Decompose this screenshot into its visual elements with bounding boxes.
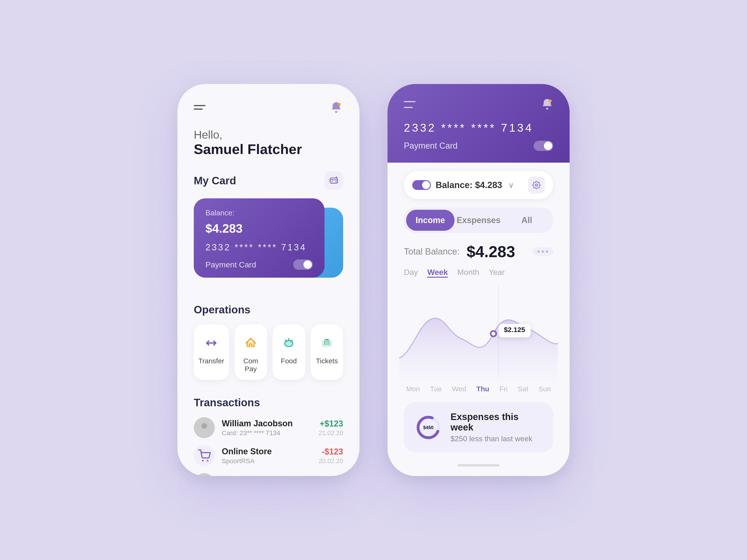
svg-point-19 [546,108,548,110]
tab-month[interactable]: Month [457,268,480,278]
table-row: William Jacobson Card: 23** **** 7134 +$… [194,417,343,438]
greeting-prefix: Hello, [194,128,343,141]
expense-donut-chart: $450 [415,415,441,440]
expense-title: Exspenses this week [450,411,542,433]
svg-point-13 [202,423,207,429]
more-options-button[interactable] [532,247,553,256]
svg-point-16 [207,460,208,461]
chart-svg: $2.125 [399,285,558,383]
my-card-title: My Card [194,174,236,187]
total-balance-label: Total Balance: [404,247,460,257]
tickets-label: Tickets [316,357,338,365]
hamburger-menu[interactable] [194,105,205,110]
bell-icon[interactable] [329,100,343,114]
tx-amount: -$123 [319,447,343,457]
chevron-down-icon[interactable]: ∨ [508,180,514,190]
right-card-label: Payment Card [404,141,458,151]
compay-icon [241,334,260,352]
day-sat: Sat [518,385,528,393]
add-card-button[interactable] [325,171,343,190]
card-toggle[interactable] [293,260,313,270]
svg-point-15 [202,460,204,461]
chart-area: $2.125 [399,285,558,383]
svg-point-1 [338,103,341,106]
svg-point-21 [536,184,538,186]
food-label: Food [281,357,297,365]
tx-amount: +$123 [319,419,343,429]
tx-date: 21.02.20 [319,430,343,437]
balance-bar: Balance: $4.283 ∨ [404,171,553,199]
tx-sub: Card: 23** **** 7134 [222,429,312,437]
op-transfer[interactable]: Transfer [194,324,229,380]
tx-info: William Jacobson Card: 23** **** 7134 [222,419,312,437]
tx-right: +$123 21.02.20 [319,419,343,437]
svg-text:$2.125: $2.125 [504,326,525,334]
op-food[interactable]: Food [273,324,305,380]
tx-amount: +$123 [319,475,343,476]
time-tabs: Day Week Month Year [404,268,553,278]
payment-card-label: Payment Card [205,260,256,269]
day-sun: Sun [539,385,551,393]
right-phone: 2332 **** **** 7134 Payment Card Balance… [387,84,570,476]
compay-label: Com Pay [239,357,262,373]
home-indicator [458,464,499,466]
total-balance-amount: $4.283 [467,242,515,261]
tab-expenses[interactable]: Exspenses [455,210,503,231]
operations-title: Operations [194,303,251,316]
tab-income[interactable]: Income [406,210,455,231]
greeting-name: Samuel Flatcher [194,141,343,157]
avatar [194,445,215,466]
my-card-header: My Card [194,171,343,190]
settings-button[interactable] [528,177,545,193]
svg-point-0 [335,111,337,113]
bell-icon-right[interactable] [541,98,553,111]
right-card-toggle[interactable] [534,141,553,151]
tab-year[interactable]: Year [489,268,505,278]
tx-name: Joanna Jacobson [222,475,312,476]
tx-info: Online Store SpoortRSA [222,447,312,465]
tab-week[interactable]: Week [427,268,448,278]
cards-container: Balance: $4.283 2332 **** **** 7134 Paym… [194,198,343,287]
transactions-title: Transactions [194,396,343,409]
day-mon: Mon [406,385,420,393]
op-tickets[interactable]: Tickets [311,324,343,380]
svg-point-9 [324,341,326,343]
tx-info: Joanna Jacobson Card: 23** **** 7134 [222,475,312,476]
food-icon [279,334,298,352]
tx-date: 20.02.20 [319,458,343,465]
tx-name: Online Store [222,447,312,456]
op-compay[interactable]: Com Pay [235,324,267,380]
balance-text: Balance: $4.283 [436,180,504,190]
operations-grid: Transfer Com Pay [194,324,343,380]
day-fri: Fri [499,385,508,393]
tx-right: +$123 19.02.20 [319,475,343,476]
svg-text:$450: $450 [423,425,434,430]
tx-name: William Jacobson [222,419,312,428]
tab-day[interactable]: Day [404,268,418,278]
day-labels: Mon Tue Wed Thu Fri Sat Sun [404,385,553,393]
day-wed: Wed [452,385,466,393]
balance-toggle[interactable] [412,180,431,190]
transactions-list: William Jacobson Card: 23** **** 7134 +$… [194,417,343,476]
svg-point-24 [491,332,495,336]
table-row: Joanna Jacobson Card: 23** **** 7134 +$1… [194,473,343,476]
payment-card[interactable]: Balance: $4.283 2332 **** **** 7134 Paym… [194,198,325,278]
day-thu: Thu [476,385,489,393]
tab-all[interactable]: All [503,210,551,231]
transfer-icon [202,334,221,352]
right-card-number: 2332 **** **** 7134 [404,121,553,134]
card-balance-amount: $4.283 [205,221,242,235]
greeting: Hello, Samuel Flatcher [194,128,343,157]
table-row: Online Store SpoortRSA -$123 20.02.20 [194,445,343,466]
tickets-icon [317,334,336,352]
transactions-section: Transactions William Jacobson Card: 23**… [194,396,343,476]
svg-rect-2 [330,178,338,183]
transfer-label: Transfer [199,357,224,365]
card-balance-label: Balance: [205,209,242,217]
expense-card: $450 Exspenses this week $250 less than … [404,402,553,452]
svg-point-14 [200,430,209,435]
top-bar-left [194,100,343,114]
hamburger-menu-right[interactable] [404,101,415,108]
main-container: Hello, Samuel Flatcher My Card [177,84,570,476]
operations-section: Operations Transfer [194,303,343,380]
